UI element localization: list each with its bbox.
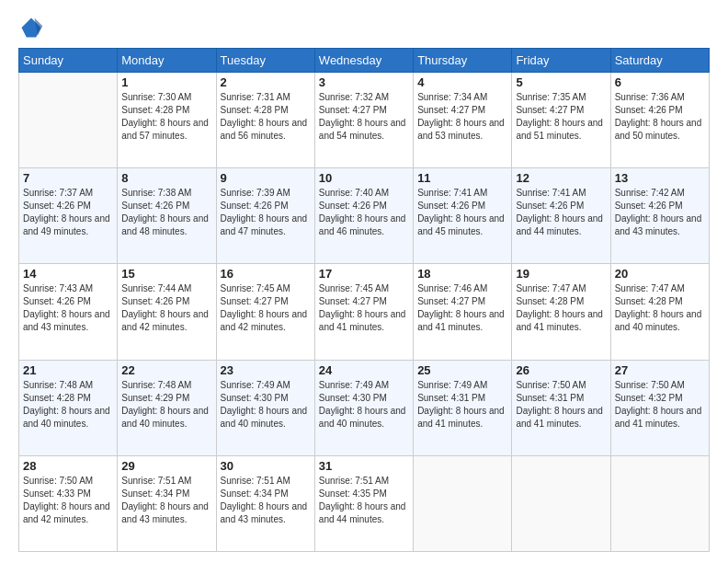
day-number: 25 bbox=[417, 363, 507, 377]
day-number: 4 bbox=[417, 75, 507, 89]
day-number: 27 bbox=[615, 363, 705, 377]
calendar-cell: 4Sunrise: 7:34 AMSunset: 4:27 PMDaylight… bbox=[414, 73, 512, 168]
day-info: Sunrise: 7:48 AMSunset: 4:29 PMDaylight:… bbox=[121, 379, 211, 431]
day-info: Sunrise: 7:31 AMSunset: 4:28 PMDaylight:… bbox=[221, 91, 311, 143]
day-number: 7 bbox=[23, 171, 113, 185]
day-info: Sunrise: 7:47 AMSunset: 4:28 PMDaylight:… bbox=[516, 282, 606, 334]
day-number: 1 bbox=[121, 75, 211, 89]
calendar-cell: 27Sunrise: 7:50 AMSunset: 4:32 PMDayligh… bbox=[610, 360, 709, 455]
day-number: 28 bbox=[23, 459, 113, 473]
calendar-cell: 10Sunrise: 7:40 AMSunset: 4:26 PMDayligh… bbox=[314, 168, 413, 264]
day-info: Sunrise: 7:48 AMSunset: 4:28 PMDaylight:… bbox=[23, 379, 113, 431]
calendar-cell: 9Sunrise: 7:39 AMSunset: 4:26 PMDaylight… bbox=[216, 168, 314, 264]
day-number: 8 bbox=[121, 171, 211, 185]
day-number: 3 bbox=[319, 75, 409, 89]
day-info: Sunrise: 7:45 AMSunset: 4:27 PMDaylight:… bbox=[319, 282, 409, 334]
calendar-cell: 18Sunrise: 7:46 AMSunset: 4:27 PMDayligh… bbox=[414, 264, 512, 360]
weekday-header: Friday bbox=[512, 49, 610, 73]
day-info: Sunrise: 7:51 AMSunset: 4:34 PMDaylight:… bbox=[221, 475, 311, 526]
day-number: 19 bbox=[516, 267, 606, 281]
day-number: 10 bbox=[319, 171, 409, 185]
day-info: Sunrise: 7:42 AMSunset: 4:26 PMDaylight:… bbox=[615, 187, 705, 238]
day-number: 20 bbox=[615, 267, 705, 281]
day-info: Sunrise: 7:49 AMSunset: 4:30 PMDaylight:… bbox=[319, 379, 409, 431]
day-info: Sunrise: 7:40 AMSunset: 4:26 PMDaylight:… bbox=[319, 187, 409, 238]
day-info: Sunrise: 7:44 AMSunset: 4:26 PMDaylight:… bbox=[121, 282, 211, 334]
calendar-cell: 1Sunrise: 7:30 AMSunset: 4:28 PMDaylight… bbox=[118, 73, 216, 168]
day-number: 18 bbox=[417, 267, 507, 281]
weekday-header: Sunday bbox=[19, 49, 118, 73]
calendar-cell: 13Sunrise: 7:42 AMSunset: 4:26 PMDayligh… bbox=[610, 168, 709, 264]
weekday-header: Tuesday bbox=[216, 49, 314, 73]
calendar-cell: 14Sunrise: 7:43 AMSunset: 4:26 PMDayligh… bbox=[19, 264, 118, 360]
weekday-header: Saturday bbox=[610, 49, 709, 73]
day-info: Sunrise: 7:49 AMSunset: 4:30 PMDaylight:… bbox=[221, 379, 311, 431]
day-number: 12 bbox=[516, 171, 606, 185]
day-info: Sunrise: 7:34 AMSunset: 4:27 PMDaylight:… bbox=[417, 91, 507, 143]
day-number: 14 bbox=[23, 267, 113, 281]
day-number: 21 bbox=[23, 363, 113, 377]
day-number: 17 bbox=[319, 267, 409, 281]
calendar-cell: 23Sunrise: 7:49 AMSunset: 4:30 PMDayligh… bbox=[216, 360, 314, 455]
calendar-week-row: 28Sunrise: 7:50 AMSunset: 4:33 PMDayligh… bbox=[19, 455, 710, 551]
calendar-cell: 3Sunrise: 7:32 AMSunset: 4:27 PMDaylight… bbox=[314, 73, 413, 168]
calendar-table: SundayMondayTuesdayWednesdayThursdayFrid… bbox=[18, 48, 710, 552]
weekday-header: Wednesday bbox=[314, 49, 413, 73]
day-info: Sunrise: 7:50 AMSunset: 4:32 PMDaylight:… bbox=[615, 379, 705, 431]
day-number: 31 bbox=[319, 459, 409, 473]
day-info: Sunrise: 7:49 AMSunset: 4:31 PMDaylight:… bbox=[417, 379, 507, 431]
day-number: 16 bbox=[221, 267, 311, 281]
day-info: Sunrise: 7:45 AMSunset: 4:27 PMDaylight:… bbox=[221, 282, 311, 334]
calendar-cell bbox=[19, 73, 118, 168]
calendar-cell: 11Sunrise: 7:41 AMSunset: 4:26 PMDayligh… bbox=[414, 168, 512, 264]
day-info: Sunrise: 7:51 AMSunset: 4:34 PMDaylight:… bbox=[121, 475, 211, 526]
calendar-week-row: 1Sunrise: 7:30 AMSunset: 4:28 PMDaylight… bbox=[19, 73, 710, 168]
calendar-week-row: 21Sunrise: 7:48 AMSunset: 4:28 PMDayligh… bbox=[19, 360, 710, 455]
day-number: 2 bbox=[221, 75, 311, 89]
weekday-header: Monday bbox=[118, 49, 216, 73]
calendar-header-row: SundayMondayTuesdayWednesdayThursdayFrid… bbox=[19, 49, 710, 73]
day-info: Sunrise: 7:47 AMSunset: 4:28 PMDaylight:… bbox=[615, 282, 705, 334]
day-number: 9 bbox=[221, 171, 311, 185]
logo bbox=[18, 15, 48, 40]
day-number: 22 bbox=[121, 363, 211, 377]
day-number: 24 bbox=[319, 363, 409, 377]
day-info: Sunrise: 7:50 AMSunset: 4:31 PMDaylight:… bbox=[516, 379, 606, 431]
calendar-cell: 29Sunrise: 7:51 AMSunset: 4:34 PMDayligh… bbox=[118, 455, 216, 551]
day-info: Sunrise: 7:43 AMSunset: 4:26 PMDaylight:… bbox=[23, 282, 113, 334]
day-info: Sunrise: 7:46 AMSunset: 4:27 PMDaylight:… bbox=[417, 282, 507, 334]
calendar-cell: 16Sunrise: 7:45 AMSunset: 4:27 PMDayligh… bbox=[216, 264, 314, 360]
calendar-cell: 2Sunrise: 7:31 AMSunset: 4:28 PMDaylight… bbox=[216, 73, 314, 168]
calendar-cell: 21Sunrise: 7:48 AMSunset: 4:28 PMDayligh… bbox=[19, 360, 118, 455]
day-number: 11 bbox=[417, 171, 507, 185]
day-number: 15 bbox=[121, 267, 211, 281]
calendar-cell bbox=[512, 455, 610, 551]
calendar-cell: 8Sunrise: 7:38 AMSunset: 4:26 PMDaylight… bbox=[118, 168, 216, 264]
day-info: Sunrise: 7:41 AMSunset: 4:26 PMDaylight:… bbox=[417, 187, 507, 238]
calendar-cell: 20Sunrise: 7:47 AMSunset: 4:28 PMDayligh… bbox=[610, 264, 709, 360]
day-number: 26 bbox=[516, 363, 606, 377]
day-info: Sunrise: 7:30 AMSunset: 4:28 PMDaylight:… bbox=[121, 91, 211, 143]
day-number: 30 bbox=[221, 459, 311, 473]
day-number: 5 bbox=[516, 75, 606, 89]
calendar-cell: 6Sunrise: 7:36 AMSunset: 4:26 PMDaylight… bbox=[610, 73, 709, 168]
day-number: 6 bbox=[615, 75, 705, 89]
day-info: Sunrise: 7:38 AMSunset: 4:26 PMDaylight:… bbox=[121, 187, 211, 238]
page: SundayMondayTuesdayWednesdayThursdayFrid… bbox=[0, 0, 728, 563]
calendar-cell: 24Sunrise: 7:49 AMSunset: 4:30 PMDayligh… bbox=[314, 360, 413, 455]
day-number: 13 bbox=[615, 171, 705, 185]
calendar-cell: 5Sunrise: 7:35 AMSunset: 4:27 PMDaylight… bbox=[512, 73, 610, 168]
calendar-cell: 28Sunrise: 7:50 AMSunset: 4:33 PMDayligh… bbox=[19, 455, 118, 551]
day-info: Sunrise: 7:35 AMSunset: 4:27 PMDaylight:… bbox=[516, 91, 606, 143]
weekday-header: Thursday bbox=[414, 49, 512, 73]
calendar-cell: 17Sunrise: 7:45 AMSunset: 4:27 PMDayligh… bbox=[314, 264, 413, 360]
calendar-week-row: 7Sunrise: 7:37 AMSunset: 4:26 PMDaylight… bbox=[19, 168, 710, 264]
day-info: Sunrise: 7:36 AMSunset: 4:26 PMDaylight:… bbox=[615, 91, 705, 143]
calendar-cell bbox=[610, 455, 709, 551]
day-number: 23 bbox=[221, 363, 311, 377]
day-number: 29 bbox=[121, 459, 211, 473]
logo-icon bbox=[18, 15, 44, 40]
calendar-cell: 19Sunrise: 7:47 AMSunset: 4:28 PMDayligh… bbox=[512, 264, 610, 360]
calendar-cell: 22Sunrise: 7:48 AMSunset: 4:29 PMDayligh… bbox=[118, 360, 216, 455]
calendar-week-row: 14Sunrise: 7:43 AMSunset: 4:26 PMDayligh… bbox=[19, 264, 710, 360]
